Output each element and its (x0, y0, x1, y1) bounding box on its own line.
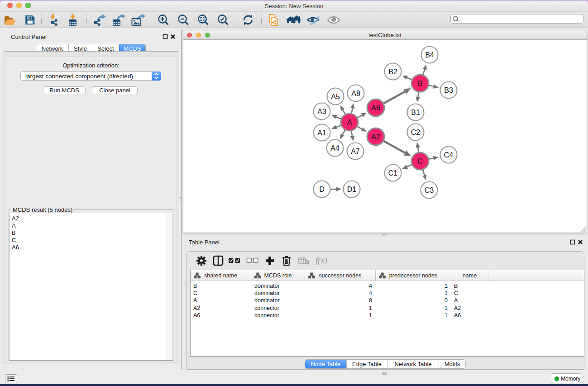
svg-text:C3: C3 (425, 186, 434, 194)
svg-text:B4: B4 (425, 51, 434, 59)
svg-text:B1: B1 (411, 109, 420, 116)
svg-text:A3: A3 (317, 108, 326, 115)
svg-text:A: A (347, 119, 352, 126)
svg-text:A1: A1 (317, 129, 326, 137)
svg-text:A4: A4 (330, 144, 339, 152)
svg-text:A7: A7 (351, 148, 360, 155)
svg-text:A6: A6 (371, 104, 380, 112)
svg-text:A8: A8 (351, 90, 360, 97)
svg-text:C4: C4 (444, 151, 454, 159)
svg-text:A2: A2 (371, 133, 380, 141)
svg-text:C2: C2 (411, 129, 421, 136)
svg-text:C: C (417, 157, 423, 165)
svg-text:D1: D1 (347, 186, 357, 193)
svg-text:A5: A5 (331, 93, 340, 100)
svg-text:B: B (418, 80, 423, 87)
svg-text:B2: B2 (388, 68, 397, 76)
svg-text:C1: C1 (388, 169, 398, 177)
svg-text:D: D (319, 186, 325, 193)
svg-text:B3: B3 (444, 86, 453, 94)
